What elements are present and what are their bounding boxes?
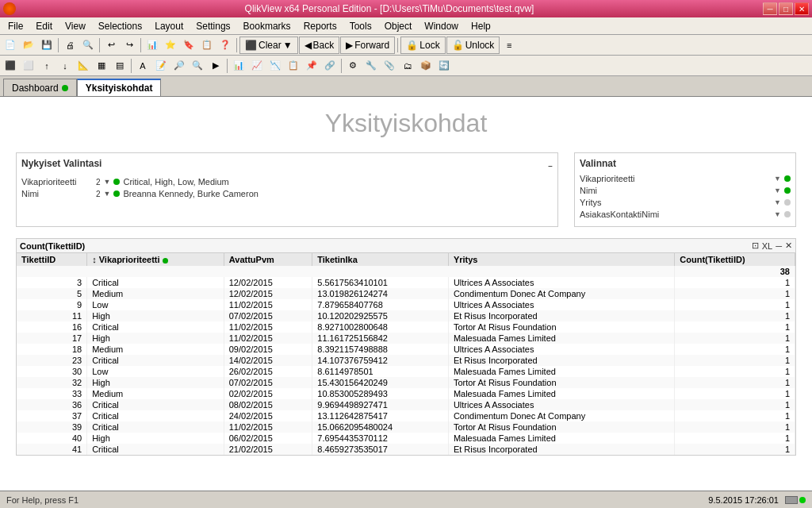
col-header-vikaprioriteetti[interactable]: ↕ Vikaprioriteetti [87,253,224,266]
tb2-btn13[interactable]: 📊 [230,57,247,75]
menu-object[interactable]: Object [378,17,419,34]
lock-button[interactable]: 🔒 Lock [400,37,445,54]
table-row[interactable]: 39Critical11/02/201515.0662095480024Tort… [17,421,795,433]
table-maximize-icon[interactable]: ⊡ [752,241,759,251]
valinnat-arrow-yritys[interactable]: ▼ [774,198,781,206]
menu-reports[interactable]: Reports [297,17,343,34]
tb2-btn22[interactable]: 🗂 [399,57,416,75]
tab-bar: Dashboard Yksityiskohdat [0,76,812,97]
menu-edit[interactable]: Edit [29,17,59,34]
redo-button[interactable]: ↪ [121,37,138,54]
table-row[interactable]: 33Medium02/02/201510.853005289493Malesua… [17,388,795,399]
tb2-btn9[interactable]: 📝 [152,57,170,75]
extra-btn[interactable]: ≡ [500,37,518,54]
table-row[interactable]: 9Low11/02/20157.879658407768Ultrices A A… [17,299,795,310]
table-close-icon[interactable]: ✕ [785,241,792,251]
tb2-sep2 [227,59,228,73]
forward-icon: ▶ [346,40,353,51]
col-header-tiketinka[interactable]: TiketinIka [312,253,449,266]
tb2-btn17[interactable]: 📌 [303,57,320,75]
tb2-btn10[interactable]: 🔎 [170,57,188,75]
sel-expand-vikaprioriteetti[interactable]: ▼ [104,178,111,186]
menu-window[interactable]: Window [418,17,465,34]
tb2-btn3[interactable]: ↑ [38,57,56,75]
tab-dashboard-label: Dashboard [12,83,59,94]
tb2-sep1 [131,59,132,73]
table-xl-label[interactable]: XL [762,241,772,251]
valinnat-arrow-asiakaskontaktinimi[interactable]: ▼ [774,210,781,218]
tb2-btn5[interactable]: 📐 [75,57,92,75]
sel-expand-nimi[interactable]: ▼ [104,190,111,198]
open-button[interactable]: 📂 [20,37,37,54]
scroll-indicator[interactable] [785,496,798,504]
print-button[interactable]: 🖨 [61,37,79,54]
undo-button[interactable]: ↩ [102,37,120,54]
menu-view[interactable]: View [59,17,92,34]
tb2-btn2[interactable]: ⬜ [20,57,37,75]
tb2-btn21[interactable]: 📎 [381,57,398,75]
tb2-btn19[interactable]: ⚙ [344,57,362,75]
tb-btn-1[interactable]: 📊 [144,37,161,54]
tab-dashboard[interactable]: Dashboard [3,79,77,96]
tb2-btn12[interactable]: ▶ [207,57,224,75]
tb2-btn7[interactable]: ▤ [111,57,128,75]
col-header-avattu[interactable]: AvattuPvm [224,253,312,266]
forward-button[interactable]: ▶ Forward [340,37,395,54]
minimize-selections-button[interactable]: − [548,162,553,171]
unlock-button[interactable]: 🔓 Unlock [446,37,500,54]
col-header-yritys[interactable]: Yritys [448,253,674,266]
new-button[interactable]: 📄 [2,37,19,54]
tb2-btn23[interactable]: 📦 [417,57,435,75]
tb2-btn20[interactable]: 🔧 [362,57,380,75]
preview-button[interactable]: 🔍 [79,37,97,54]
table-minimize-icon[interactable]: ─ [776,241,782,251]
menu-selections[interactable]: Selections [92,17,148,34]
menu-tools[interactable]: Tools [343,17,378,34]
col-header-count[interactable]: Count(TikettiID) [675,253,795,266]
tb2-btn18[interactable]: 🔗 [321,57,339,75]
menu-file[interactable]: File [2,17,29,34]
tb2-btn11[interactable]: 🔍 [189,57,206,75]
tb2-btn4[interactable]: ↓ [56,57,74,75]
table-row[interactable]: 17High11/02/201511.161725156842Malesuada… [17,333,795,344]
close-button[interactable]: ✕ [795,2,809,15]
tb2-btn14[interactable]: 📈 [248,57,266,75]
save-button[interactable]: 💾 [38,37,56,54]
clear-button[interactable]: ⬛ Clear ▼ [239,37,298,54]
table-row[interactable]: 18Medium09/02/20158.3921157498888Ultrice… [17,344,795,355]
tab-yksityiskohdat[interactable]: Yksityiskohdat [77,79,162,96]
menu-help[interactable]: Help [465,17,497,34]
table-row[interactable]: 23Critical14/02/201514.107376759412Et Ri… [17,355,795,366]
col-header-tikettiid[interactable]: TikettiID [17,253,87,266]
restore-button[interactable]: □ [779,2,793,15]
tb-btn-4[interactable]: 📋 [198,37,216,54]
table-row[interactable]: 36Critical08/02/20159.9694498927471Ultri… [17,399,795,410]
tb2-btn8[interactable]: A [134,57,151,75]
tb2-btn1[interactable]: ⬛ [2,57,19,75]
table-row[interactable]: 41Critical21/02/20158.4659273535017Et Ri… [17,444,795,455]
tb-btn-2[interactable]: ⭐ [162,37,179,54]
menu-layout[interactable]: Layout [148,17,190,34]
tb2-btn16[interactable]: 📋 [285,57,302,75]
table-row[interactable]: 37Critical24/02/201513.112642875417Condi… [17,410,795,421]
back-button[interactable]: ◀ Back [299,37,340,54]
table-row[interactable]: 5Medium12/02/201513.019826124274Condimen… [17,288,795,299]
minimize-button[interactable]: ─ [763,2,777,15]
table-row[interactable]: 30Low26/02/20158.6114978501Malesuada Fam… [17,366,795,377]
table-row[interactable]: 16Critical11/02/20158.9271002800648Torto… [17,321,795,333]
clear-label: Clear [259,40,282,51]
menu-bookmarks[interactable]: Bookmarks [237,17,297,34]
table-row[interactable]: 3Critical12/02/20155.5617563410101Ultric… [17,277,795,288]
tb2-btn24[interactable]: 🔄 [435,57,453,75]
menu-settings[interactable]: Settings [190,17,236,34]
valinnat-arrow-nimi[interactable]: ▼ [774,187,781,194]
tb-btn-3[interactable]: 🔖 [180,37,197,54]
tb2-btn15[interactable]: 📉 [266,57,284,75]
table-row[interactable]: 11High07/02/201510.120202925575Et Risus … [17,310,795,321]
table-row[interactable]: 32High07/02/201515.430156420249Tortor At… [17,377,795,388]
tab-dashboard-dot [62,85,68,91]
table-row[interactable]: 40High06/02/20157.6954435370112Malesuada… [17,433,795,444]
tb-btn-5[interactable]: ❓ [216,37,234,54]
valinnat-arrow-vikaprioriteetti[interactable]: ▼ [774,175,781,183]
tb2-btn6[interactable]: ▦ [93,57,110,75]
